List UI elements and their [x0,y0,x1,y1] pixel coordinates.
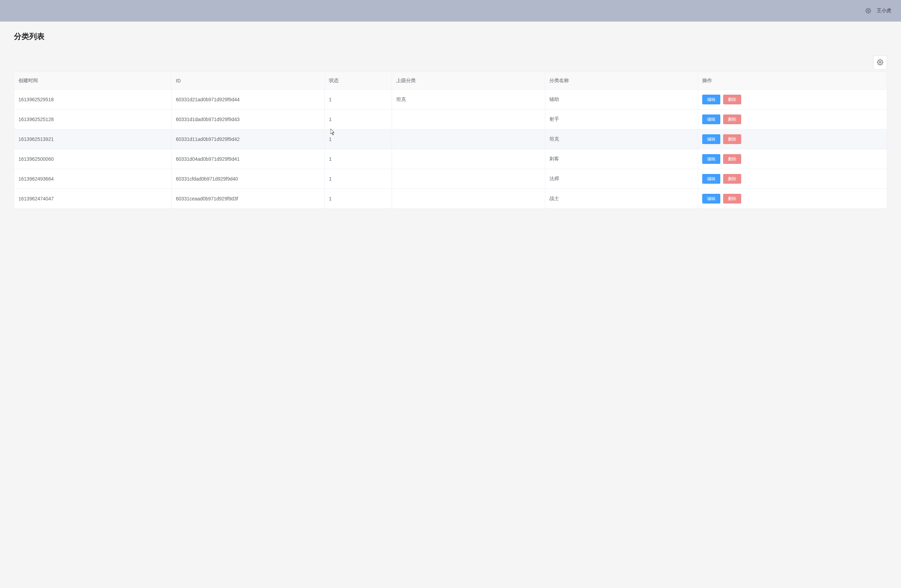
table-row: 161396252512860331d1dad0b971d929f9d431射手… [14,110,887,129]
gear-icon [877,59,883,67]
col-created: 创建时间 [14,72,171,90]
cell-ops: 编辑删除 [698,129,887,149]
edit-button[interactable]: 编辑 [702,134,720,144]
header-username[interactable]: 王小虎 [877,8,891,14]
cell-name: 法师 [545,169,698,189]
cell-ops: 编辑删除 [698,90,887,110]
edit-button[interactable]: 编辑 [702,154,720,164]
cell-ops: 编辑删除 [698,189,887,209]
table-row: 161396252951860331d21ad0b971d929f9d441坦克… [14,90,887,110]
cell-name: 射手 [545,110,698,129]
cell-id: 60331ceaad0b971d929f9d3f [171,189,324,209]
edit-button[interactable]: 编辑 [702,194,720,204]
delete-button[interactable]: 删除 [723,95,741,104]
cell-created: 1613962474047 [14,189,171,209]
cell-id: 60331d04ad0b971d929f9d41 [171,149,324,169]
col-name: 分类名称 [545,72,698,90]
cell-ops: 编辑删除 [698,149,887,169]
delete-button[interactable]: 删除 [723,194,741,204]
cell-name: 战士 [545,189,698,209]
edit-button[interactable]: 编辑 [702,115,720,124]
cell-parent [392,149,545,169]
table-row: 161396250006060331d04ad0b971d929f9d411刺客… [14,149,887,169]
svg-point-1 [879,61,881,63]
edit-button[interactable]: 编辑 [702,174,720,184]
table-header-row: 创建时间 ID 状态 上级分类 分类名称 操作 [14,72,887,90]
cell-name: 刺客 [545,149,698,169]
col-parent: 上级分类 [392,72,545,90]
cell-parent [392,189,545,209]
cell-created: 1613962500060 [14,149,171,169]
cell-status: 1 [324,189,392,209]
table-row: 161396251392160331d11ad0b971d929f9d421坦克… [14,129,887,149]
col-status: 状态 [324,72,392,90]
main-content: 分类列表 创建时间 ID 状态 上级分类 分类名称 操作 16139625295… [0,22,901,218]
cell-ops: 编辑删除 [698,169,887,189]
cell-parent [392,110,545,129]
edit-button[interactable]: 编辑 [702,95,720,104]
delete-button[interactable]: 删除 [723,115,741,124]
table-toolbar [14,56,887,70]
cell-name: 坦克 [545,129,698,149]
cell-parent [392,169,545,189]
cell-id: 60331d1dad0b971d929f9d43 [171,110,324,129]
cell-status: 1 [324,169,392,189]
cell-status: 1 [324,90,392,110]
table-row: 161396247404760331ceaad0b971d929f9d3f1战士… [14,189,887,209]
cell-status: 1 [324,149,392,169]
cell-ops: 编辑删除 [698,110,887,129]
delete-button[interactable]: 删除 [723,134,741,144]
category-table: 创建时间 ID 状态 上级分类 分类名称 操作 1613962529518603… [14,72,887,209]
col-id: ID [171,72,324,90]
delete-button[interactable]: 删除 [723,154,741,164]
col-ops: 操作 [698,72,887,90]
cell-parent: 坦克 [392,90,545,110]
cell-id: 60331cfdad0b971d929f9d40 [171,169,324,189]
cell-id: 60331d11ad0b971d929f9d42 [171,129,324,149]
delete-button[interactable]: 删除 [723,174,741,184]
cell-created: 1613962513921 [14,129,171,149]
table-row: 161396249366460331cfdad0b971d929f9d401法师… [14,169,887,189]
cell-id: 60331d21ad0b971d929f9d44 [171,90,324,110]
cell-status: 1 [324,129,392,149]
table-settings-button[interactable] [873,56,887,70]
top-header: 王小虎 [0,0,901,22]
cell-parent [392,129,545,149]
cell-created: 1613962529518 [14,90,171,110]
gear-icon[interactable] [865,8,871,14]
page-title: 分类列表 [14,31,887,42]
cell-name: 辅助 [545,90,698,110]
cell-created: 1613962525128 [14,110,171,129]
cell-created: 1613962493664 [14,169,171,189]
cell-status: 1 [324,110,392,129]
svg-point-0 [868,10,869,11]
